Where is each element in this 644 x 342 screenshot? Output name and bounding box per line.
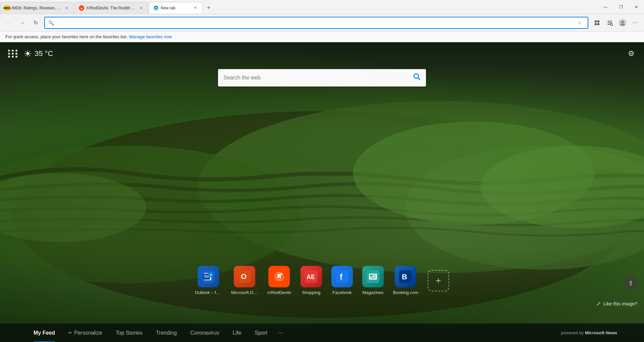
manage-favorites-link[interactable]: Manage favorites now (129, 34, 172, 39)
collections-button[interactable] (591, 17, 603, 29)
refresh-button[interactable]: ↻ (30, 17, 42, 29)
forward-button[interactable]: → (16, 17, 28, 29)
tab-newtab-title: New tab (161, 6, 190, 10)
powered-by: powered by Microsoft News (561, 330, 617, 335)
aliexpress-icon: AE (301, 266, 322, 287)
quick-link-shopping[interactable]: AE Shopping (301, 266, 322, 295)
tab-topstories[interactable]: Top Stories (109, 324, 149, 342)
settings-more-button[interactable]: ··· (629, 17, 641, 29)
tab-personalize[interactable]: ✏ Personalize (62, 324, 109, 342)
svg-point-34 (280, 276, 281, 277)
quick-link-reddit[interactable]: /r/RedDevils (267, 266, 291, 295)
title-bar: IMDb IMDb: Ratings, Reviews, and Wh ✕ ● … (0, 0, 644, 14)
maximize-button[interactable]: ❐ (613, 0, 629, 14)
address-input[interactable] (57, 20, 572, 25)
quick-link-office[interactable]: O Microsoft Offi... (231, 266, 258, 295)
add-quick-link[interactable]: + (428, 270, 449, 291)
svg-point-8 (621, 21, 624, 23)
quick-link-facebook[interactable]: f Facebook (331, 266, 353, 295)
quick-link-booking[interactable]: B Booking.com (393, 266, 418, 295)
tab-reddit-close-button[interactable]: ✕ (138, 5, 144, 11)
back-button[interactable]: ← (3, 17, 15, 29)
tab-myfeed[interactable]: My Feed (27, 324, 62, 342)
quick-link-outlook[interactable]: Ou @ Outlook – fre... (195, 266, 222, 295)
myfeed-label: My Feed (34, 330, 55, 336)
add-link-button[interactable]: + (428, 270, 449, 291)
tab-imdb-close-button[interactable]: ✕ (63, 5, 69, 11)
new-tab-button[interactable]: + (203, 2, 214, 14)
magazines-label: Magazines (362, 290, 383, 295)
like-image-text: Like this image? (603, 301, 637, 306)
office-label: Microsoft Offi... (231, 290, 258, 295)
tab-sport[interactable]: Sport (248, 324, 274, 342)
coronavirus-label: Coronavirus (190, 330, 219, 336)
favorites-star-icon[interactable]: ☆ (575, 18, 584, 27)
outlook-icon: Ou @ (198, 266, 219, 287)
tab-trending[interactable]: Trending (149, 324, 184, 342)
search-area (218, 69, 426, 87)
topstories-label: Top Stories (116, 330, 143, 336)
collections-icon (594, 20, 600, 26)
svg-text:f: f (340, 272, 343, 281)
like-image-area[interactable]: ⤢ Like this image? (596, 300, 637, 307)
svg-text:AE: AE (307, 274, 315, 280)
tab-life[interactable]: Life (226, 324, 248, 342)
close-button[interactable]: ✕ (629, 0, 644, 14)
profile-button[interactable] (616, 17, 629, 29)
main-content: ☀ 35 °C ⚙ (0, 42, 644, 342)
personalize-label: Personalize (74, 330, 102, 336)
quick-link-magazines[interactable]: Magazines (362, 266, 384, 295)
bottom-tabs: My Feed ✏ Personalize Top Stories Trendi… (27, 324, 561, 342)
svg-rect-43 (373, 276, 375, 277)
search-box (218, 69, 426, 87)
search-submit-button[interactable] (413, 73, 421, 82)
expand-icon: ⤢ (596, 300, 601, 307)
reddit-icon (268, 266, 290, 287)
facebook-icon: f (331, 266, 353, 287)
tab-imdb-title: IMDb: Ratings, Reviews, and Wh (12, 6, 61, 10)
magazines-icon (362, 266, 384, 287)
new-tab-settings-button[interactable]: ⚙ (625, 48, 637, 60)
svg-rect-1 (595, 20, 597, 22)
reddit-label: /r/RedDevils (267, 290, 291, 295)
imdb-favicon-icon: IMDb (4, 5, 10, 11)
search-input[interactable] (223, 75, 409, 81)
quick-links: Ou @ Outlook – fre... O Microsoft Offi..… (195, 266, 449, 295)
tab-newtab-close-button[interactable]: ✕ (192, 5, 198, 11)
hub-icon (607, 20, 613, 26)
svg-rect-40 (369, 274, 377, 280)
svg-text:O: O (241, 272, 247, 281)
address-search-icon: 🔍 (48, 20, 54, 25)
weather-temperature: 35 °C (35, 49, 53, 58)
apps-grid-button[interactable] (7, 48, 19, 59)
svg-text:B: B (402, 273, 407, 281)
scroll-up-button[interactable]: ⇧ (624, 277, 637, 290)
svg-line-17 (418, 78, 420, 80)
weather-sun-icon: ☀ (23, 48, 32, 59)
svg-line-6 (612, 25, 612, 25)
facebook-label: Facebook (332, 290, 352, 295)
favorites-prompt-text: For quick access, place your favorites h… (5, 34, 128, 39)
tab-reddit-title: /r/RedDevils: The Reddit home f (86, 6, 136, 10)
shopping-label: Shopping (302, 290, 320, 295)
minimize-button[interactable]: — (598, 0, 613, 14)
tab-newtab[interactable]: New tab ✕ (149, 2, 203, 14)
background-overlay (0, 42, 644, 342)
weather-widget: ☀ 35 °C (23, 48, 53, 59)
favorites-bar: For quick access, place your favorites h… (0, 32, 644, 42)
outlook-label: Outlook – fre... (195, 290, 222, 295)
svg-rect-44 (370, 278, 376, 278)
tab-imdb[interactable]: IMDb IMDb: Ratings, Reviews, and Wh ✕ (0, 2, 74, 14)
tab-reddit[interactable]: ● /r/RedDevils: The Reddit home f ✕ (74, 2, 148, 14)
nav-bar: ← → ↻ 🔍 ☆ (0, 14, 644, 32)
hub-button[interactable] (604, 17, 616, 29)
more-tabs-button[interactable]: ··· (274, 324, 287, 342)
sport-label: Sport (255, 330, 267, 336)
tab-coronavirus[interactable]: Coronavirus (183, 324, 226, 342)
window-controls: — ❐ ✕ (598, 0, 644, 14)
svg-point-32 (281, 273, 282, 275)
office-icon: O (234, 266, 255, 287)
svg-rect-2 (597, 20, 599, 22)
address-bar-actions: ☆ (575, 18, 584, 27)
reddit-favicon-icon: ● (79, 5, 84, 11)
